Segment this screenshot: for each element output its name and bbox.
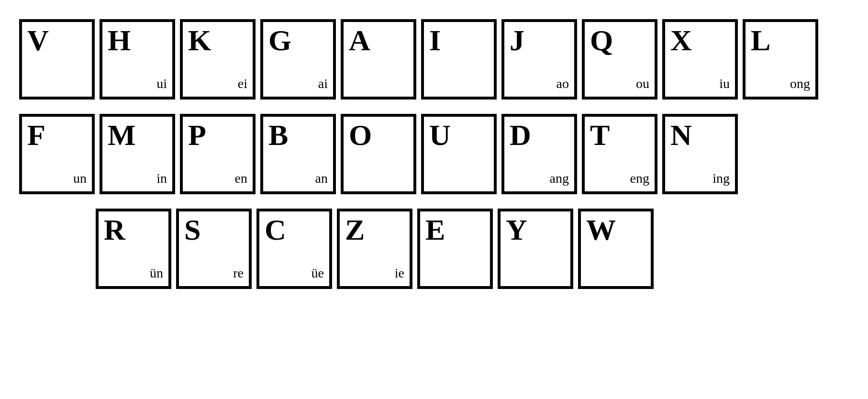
key-c[interactable]: Cüe: [256, 209, 332, 289]
key-letter-y: Y: [506, 215, 565, 244]
key-p[interactable]: Pen: [180, 114, 256, 194]
key-letter-b: B: [268, 120, 328, 150]
key-m[interactable]: Min: [100, 114, 175, 194]
key-f[interactable]: Fun: [19, 114, 95, 194]
key-phonetic-g: ai: [318, 76, 328, 91]
key-letter-p: P: [188, 120, 247, 150]
key-letter-d: D: [510, 120, 569, 150]
key-g[interactable]: Gai: [260, 19, 336, 100]
key-z[interactable]: Zie: [337, 209, 412, 289]
key-b[interactable]: Ban: [260, 114, 336, 194]
key-phonetic-s: re: [233, 266, 244, 281]
key-letter-i: I: [429, 25, 489, 55]
key-phonetic-n: ing: [712, 171, 730, 186]
key-w[interactable]: W: [578, 209, 654, 289]
key-phonetic-b: an: [315, 171, 328, 186]
key-n[interactable]: Ning: [662, 114, 738, 194]
key-x[interactable]: Xiu: [662, 19, 738, 100]
key-phonetic-t: eng: [630, 171, 649, 186]
key-letter-g: G: [268, 25, 328, 55]
key-phonetic-j: ao: [556, 76, 569, 91]
key-phonetic-k: ei: [238, 76, 247, 91]
key-letter-t: T: [590, 120, 649, 150]
key-t[interactable]: Teng: [582, 114, 657, 194]
key-letter-r: R: [104, 215, 163, 244]
key-letter-s: S: [184, 215, 244, 244]
key-k[interactable]: Kei: [180, 19, 256, 100]
key-row-1: VHuiKeiGaiAIJaoQouXiuLong: [19, 19, 849, 100]
key-letter-q: Q: [590, 25, 649, 55]
key-letter-a: A: [349, 25, 408, 55]
key-letter-x: X: [670, 25, 730, 55]
key-letter-l: L: [751, 25, 810, 55]
key-phonetic-p: en: [235, 171, 247, 186]
key-letter-m: M: [108, 120, 167, 150]
key-s[interactable]: Sre: [176, 209, 252, 289]
key-letter-o: O: [349, 120, 408, 150]
key-phonetic-f: un: [73, 171, 87, 186]
key-y[interactable]: Y: [498, 209, 573, 289]
key-row-2: FunMinPenBanOUDangTengNing: [19, 114, 849, 194]
key-e[interactable]: E: [417, 209, 493, 289]
key-phonetic-q: ou: [636, 76, 649, 91]
key-letter-f: F: [27, 120, 87, 150]
key-j[interactable]: Jao: [501, 19, 577, 100]
key-h[interactable]: Hui: [100, 19, 175, 100]
key-phonetic-x: iu: [719, 76, 730, 91]
key-u[interactable]: U: [421, 114, 497, 194]
key-a[interactable]: A: [341, 19, 416, 100]
key-phonetic-c: üe: [312, 266, 324, 281]
key-letter-c: C: [265, 215, 324, 244]
key-d[interactable]: Dang: [501, 114, 577, 194]
key-letter-k: K: [188, 25, 247, 55]
key-letter-n: N: [670, 120, 730, 150]
key-r[interactable]: Rün: [96, 209, 171, 289]
key-letter-h: H: [108, 25, 167, 55]
key-v[interactable]: V: [19, 19, 95, 100]
key-letter-w: W: [586, 215, 645, 244]
key-phonetic-z: ie: [395, 266, 404, 281]
key-row-3: RünSreCüeZieEYW: [19, 209, 849, 289]
key-i[interactable]: I: [421, 19, 497, 100]
key-letter-u: U: [429, 120, 489, 150]
key-phonetic-h: ui: [156, 76, 167, 91]
keyboard-layout: VHuiKeiGaiAIJaoQouXiuLongFunMinPenBanOUD…: [14, 10, 854, 299]
key-phonetic-d: ang: [550, 171, 569, 186]
key-letter-j: J: [510, 25, 569, 55]
key-phonetic-r: ün: [150, 266, 163, 281]
key-o[interactable]: O: [341, 114, 416, 194]
key-phonetic-m: in: [156, 171, 167, 186]
key-letter-e: E: [425, 215, 485, 244]
key-l[interactable]: Long: [743, 19, 818, 100]
key-letter-v: V: [27, 25, 87, 55]
key-letter-z: Z: [345, 215, 404, 244]
key-phonetic-l: ong: [790, 76, 810, 91]
key-q[interactable]: Qou: [582, 19, 657, 100]
